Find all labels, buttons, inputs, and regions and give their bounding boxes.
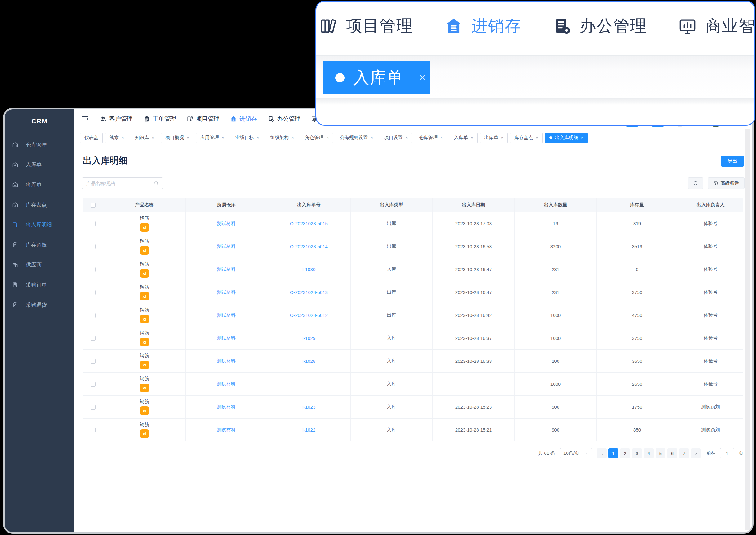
- row-checkbox[interactable]: [91, 336, 96, 341]
- sidebar-item-warehouse[interactable]: 仓库管理: [5, 135, 75, 155]
- page-size-select[interactable]: 10条/页: [560, 448, 592, 459]
- export-button[interactable]: 导出: [721, 155, 744, 167]
- order-no-link[interactable]: I-1029: [302, 335, 316, 341]
- open-tab[interactable]: 业绩目标×: [231, 132, 263, 143]
- advanced-filter-button[interactable]: 高级筛选: [708, 177, 744, 189]
- close-tab-icon[interactable]: ×: [406, 135, 408, 140]
- close-tab-icon[interactable]: ×: [257, 135, 259, 140]
- order-no-link[interactable]: I-1028: [302, 358, 316, 364]
- open-tab[interactable]: 组织架构×: [266, 132, 298, 143]
- close-tab-icon[interactable]: ×: [371, 135, 373, 140]
- column-header: 产品名称: [103, 198, 186, 212]
- close-tab-icon[interactable]: ×: [440, 135, 443, 140]
- nav-item-books[interactable]: 项目管理: [187, 115, 220, 123]
- nav-item-label: 进销存: [239, 115, 257, 123]
- row-checkbox[interactable]: [91, 428, 96, 433]
- close-tab-icon[interactable]: ×: [581, 135, 584, 140]
- nav-item-house[interactable]: 进销存: [230, 115, 257, 123]
- warehouse-link[interactable]: 测试材料: [217, 289, 236, 295]
- row-checkbox[interactable]: [91, 382, 96, 387]
- row-checkbox[interactable]: [91, 313, 96, 318]
- sidebar-collapse-button[interactable]: [81, 115, 89, 123]
- cell-warehouse: 测试材料: [186, 281, 267, 304]
- order-no-link[interactable]: O-20231028-5014: [290, 244, 328, 249]
- sidebar-item-order[interactable]: 采购订单: [5, 275, 75, 295]
- open-tab[interactable]: 仓库管理×: [414, 132, 447, 143]
- prev-page-button[interactable]: [597, 448, 607, 458]
- nav-item-clipboard[interactable]: 工单管理: [143, 115, 176, 123]
- sidebar-item-stocktake[interactable]: 库存盘点: [5, 195, 75, 215]
- next-page-button[interactable]: [691, 448, 701, 458]
- sidebar-item-detail[interactable]: 出入库明细: [5, 215, 75, 235]
- cell-owner: 体验号: [678, 212, 743, 235]
- page-button-6[interactable]: 6: [667, 448, 677, 458]
- open-tab[interactable]: 出入库明细×: [545, 132, 588, 143]
- order-no-link[interactable]: O-20231028-5012: [290, 313, 328, 318]
- row-checkbox[interactable]: [91, 221, 96, 226]
- popup-nav-item-doc-gear[interactable]: 办公管理: [553, 15, 647, 37]
- nav-item-user[interactable]: 客户管理: [100, 115, 133, 123]
- order-no-link[interactable]: O-20231028-5015: [290, 221, 328, 226]
- order-no-link[interactable]: O-20231028-5013: [290, 290, 328, 295]
- close-tab-icon[interactable]: ×: [471, 135, 473, 140]
- open-tab[interactable]: 公海规则设置×: [336, 132, 378, 143]
- popup-nav-item-monitor[interactable]: 商业智: [678, 15, 755, 37]
- warehouse-link[interactable]: 测试材料: [217, 267, 236, 272]
- order-no-link[interactable]: I-1030: [302, 267, 316, 272]
- select-all-checkbox[interactable]: [91, 203, 96, 208]
- warehouse-link[interactable]: 测试材料: [217, 427, 236, 433]
- close-tab-icon[interactable]: ×: [122, 135, 124, 140]
- page-button-7[interactable]: 7: [679, 448, 689, 458]
- open-tab[interactable]: 应用管理×: [196, 132, 228, 143]
- close-tab-icon[interactable]: ×: [419, 71, 426, 84]
- row-checkbox[interactable]: [91, 290, 96, 295]
- close-tab-icon[interactable]: ×: [291, 135, 294, 140]
- open-tab[interactable]: 知识库×: [131, 132, 159, 143]
- popup-nav-item-books[interactable]: 项目管理: [319, 15, 413, 37]
- open-tab[interactable]: 角色管理×: [301, 132, 333, 143]
- search-input[interactable]: [86, 181, 154, 186]
- warehouse-link[interactable]: 测试材料: [217, 404, 236, 410]
- warehouse-link[interactable]: 测试材料: [217, 221, 236, 226]
- vertical-scrollbar[interactable]: [745, 128, 750, 530]
- sidebar-item-outbound[interactable]: 出库单: [5, 175, 75, 195]
- nav-item-doc-gear[interactable]: 办公管理: [268, 115, 300, 123]
- goto-page-input[interactable]: [720, 448, 734, 459]
- sidebar-item-return[interactable]: 采购退货: [5, 295, 75, 315]
- order-no-link[interactable]: I-1023: [302, 404, 316, 409]
- open-tab[interactable]: 仪表盘: [80, 132, 103, 143]
- sidebar-item-transfer[interactable]: 库存调拨: [5, 235, 75, 255]
- warehouse-link[interactable]: 测试材料: [217, 312, 236, 318]
- close-tab-icon[interactable]: ×: [536, 135, 538, 140]
- close-tab-icon[interactable]: ×: [326, 135, 329, 140]
- page-button-3[interactable]: 3: [632, 448, 642, 458]
- page-button-2[interactable]: 2: [620, 448, 630, 458]
- close-tab-icon[interactable]: ×: [501, 135, 503, 140]
- open-tab[interactable]: 入库单×: [450, 132, 477, 143]
- page-button-1[interactable]: 1: [608, 448, 618, 458]
- row-checkbox[interactable]: [91, 405, 96, 409]
- row-checkbox[interactable]: [91, 244, 96, 249]
- order-no-link[interactable]: I-1022: [302, 427, 316, 433]
- row-checkbox[interactable]: [91, 359, 96, 364]
- open-tab[interactable]: 项目概况×: [161, 132, 194, 143]
- sidebar-item-supplier[interactable]: 供应商: [5, 255, 75, 275]
- open-tab[interactable]: 出库单×: [480, 132, 508, 143]
- open-tab[interactable]: 线索×: [105, 132, 128, 143]
- warehouse-link[interactable]: 测试材料: [217, 335, 236, 341]
- open-tab[interactable]: 库存盘点×: [510, 132, 543, 143]
- refresh-button[interactable]: [688, 177, 703, 189]
- popup-nav-item-house[interactable]: 进销存: [444, 15, 522, 37]
- row-checkbox[interactable]: [91, 267, 96, 272]
- sidebar-item-inbound[interactable]: 入库单: [5, 155, 75, 175]
- page-button-4[interactable]: 4: [644, 448, 654, 458]
- warehouse-link[interactable]: 测试材料: [217, 358, 236, 364]
- close-tab-icon[interactable]: ×: [152, 135, 154, 140]
- open-tab[interactable]: 项目设置×: [380, 132, 412, 143]
- warehouse-link[interactable]: 测试材料: [217, 381, 236, 387]
- warehouse-link[interactable]: 测试材料: [217, 243, 236, 249]
- page-button-5[interactable]: 5: [655, 448, 665, 458]
- popup-tab-inbound-order[interactable]: 入库单 ×: [323, 61, 430, 94]
- close-tab-icon[interactable]: ×: [187, 135, 189, 140]
- close-tab-icon[interactable]: ×: [222, 135, 224, 140]
